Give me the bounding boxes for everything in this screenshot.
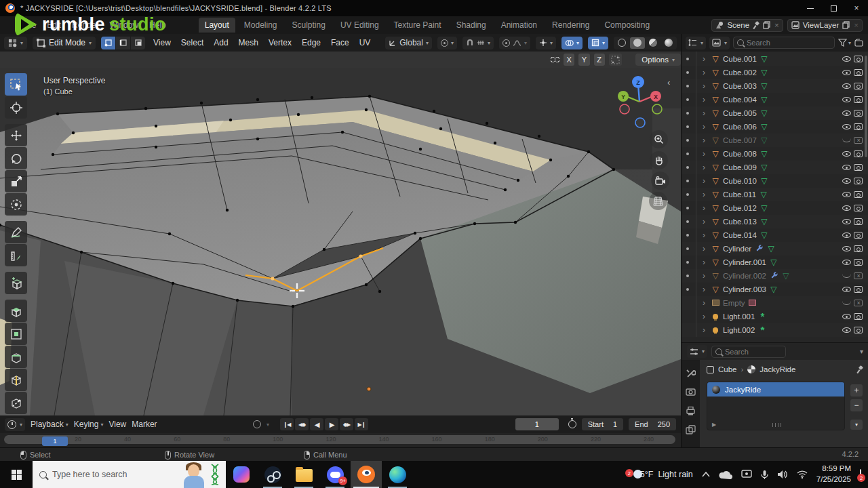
annotate-tool[interactable] [5,221,27,243]
outliner-scrollbar[interactable] [865,56,867,157]
object-name[interactable]: Light.002 [723,326,755,334]
outliner-item-cube.003[interactable]: › ▽ Cube.003 ▽ [682,79,868,93]
blender-taskbar-icon[interactable] [351,461,382,488]
unlink-icon[interactable]: × [774,21,779,29]
tab-layout[interactable]: Layout [199,18,235,33]
search-highlight-avatar[interactable] [182,462,205,488]
outliner-display-mode-button[interactable]: ▾ [709,37,730,49]
visibility-eye-icon[interactable] [842,260,851,265]
breadcrumb-data[interactable]: JackyRide [760,365,795,373]
remove-icon[interactable]: × [854,21,859,29]
object-name[interactable]: Cube.011 [723,190,756,199]
zoom-button[interactable] [650,130,668,148]
measure-tool[interactable] [5,244,27,266]
pan-hand-button[interactable] [650,151,668,169]
render-camera-icon[interactable] [854,245,863,252]
visibility-eye-icon[interactable] [842,178,851,184]
start-button[interactable] [0,461,33,488]
visibility-eye-icon[interactable] [842,274,851,278]
loop-cut-tool[interactable] [5,369,27,391]
expand-chevron-icon[interactable]: › [700,68,708,77]
object-name[interactable]: Cube.005 [723,109,757,117]
play-button[interactable]: ▶ [325,418,338,430]
add-material-slot-button[interactable]: + [850,384,863,396]
expand-chevron-icon[interactable]: › [700,298,708,308]
auto-keyframe-toggle[interactable] [253,420,261,428]
outliner-search-input[interactable] [747,39,831,47]
stopwatch-icon[interactable] [568,420,576,428]
menu-playback[interactable]: Playback▾ [31,420,68,429]
visibility-eye-icon[interactable] [842,287,851,292]
editor-type-button[interactable]: ▾ [4,37,27,49]
render-camera-icon[interactable] [854,178,863,184]
extrude-region-tool[interactable] [5,300,27,322]
dna-icon[interactable] [210,464,220,485]
visibility-eye-icon[interactable] [842,97,851,102]
render-camera-icon[interactable] [854,96,863,103]
menu-view[interactable]: View [108,420,126,429]
expand-chevron-icon[interactable]: › [700,149,708,159]
expand-chevron-icon[interactable]: › [700,285,708,294]
outliner-item-cube.008[interactable]: › ▽ Cube.008 ▽ [682,147,868,161]
properties-collapse-chevron[interactable]: ▾ [860,348,863,355]
minimize-button[interactable] [799,0,822,16]
visibility-eye-icon[interactable] [842,205,851,211]
material-specials-button[interactable]: ▾ [850,420,863,430]
visibility-eye-icon[interactable] [842,246,851,251]
render-camera-icon[interactable] [854,218,863,225]
render-camera-icon[interactable] [854,110,863,117]
object-name[interactable]: Cube.013 [723,218,757,226]
outliner-item-cube.014[interactable]: › ▽ Cube.014 ▽ [682,228,868,242]
add-cube-tool[interactable] [5,272,27,294]
render-camera-icon[interactable] [854,56,863,62]
clock-widget[interactable]: 8:59 PM 7/25/2025 [816,464,851,485]
outliner-item-cube.013[interactable]: › ▽ Cube.013 ▽ [682,215,868,228]
object-name[interactable]: Empty [723,299,745,307]
mirror-y-button[interactable]: Y [578,54,589,66]
copy-icon[interactable] [842,21,850,29]
object-name[interactable]: Cube.008 [723,150,757,158]
jump-to-end-button[interactable]: ▶❙ [355,418,368,430]
remove-material-slot-button[interactable]: − [850,399,863,411]
menu-keying[interactable]: Keying▾ [74,420,104,429]
object-name[interactable]: Cube.014 [723,231,757,239]
copilot-taskbar-icon[interactable] [226,461,257,488]
outliner-item-cube.006[interactable]: › ▽ Cube.006 ▽ [682,120,868,134]
expand-chevron-icon[interactable]: › [700,176,708,186]
bevel-tool[interactable] [5,346,27,368]
current-frame-field[interactable]: 1 [515,418,559,430]
taskbar-search-input[interactable] [52,470,154,479]
notification-center[interactable]: 2 [860,470,861,479]
menu-file[interactable]: File [23,20,36,30]
render-camera-icon[interactable] [854,286,863,293]
visibility-eye-icon[interactable] [842,83,851,89]
outliner-editor-type-button[interactable]: ▾ [686,37,706,49]
object-name[interactable]: Cylinder.003 [723,285,766,293]
outliner-search[interactable] [733,37,835,49]
timeline-track[interactable]: 20406080100120140160180200220240 1 [0,433,681,447]
xray-toggle[interactable]: ▾ [588,37,608,49]
menu-select[interactable]: Select [181,38,203,47]
object-name[interactable]: Cylinder.002 [723,272,766,280]
object-name[interactable]: Cube.010 [723,177,757,185]
rotate-tool[interactable] [5,147,27,169]
knife-tool[interactable] [5,392,27,414]
expand-chevron-icon[interactable]: › [700,271,708,281]
visibility-eye-icon[interactable] [842,314,851,319]
menu-add[interactable]: Add [214,38,228,47]
visibility-eye-icon[interactable] [842,70,851,75]
snap-base-button[interactable] [609,54,623,66]
expand-chevron-icon[interactable]: › [700,230,708,240]
new-collection-button[interactable] [854,39,864,47]
object-name[interactable]: Cube.009 [723,163,757,171]
onedrive-icon[interactable] [719,470,732,479]
expand-chevron-icon[interactable]: › [700,312,708,321]
edge-taskbar-icon[interactable] [382,461,413,488]
output-tab[interactable] [686,406,696,416]
rendered-shading-button[interactable] [661,37,676,49]
outliner-item-light.002[interactable]: › Light.002 * [682,323,868,337]
tool-tab[interactable] [686,368,696,378]
menu-view[interactable]: View [153,38,171,47]
taskbar-search[interactable] [33,461,226,488]
pin-icon[interactable] [753,22,760,28]
